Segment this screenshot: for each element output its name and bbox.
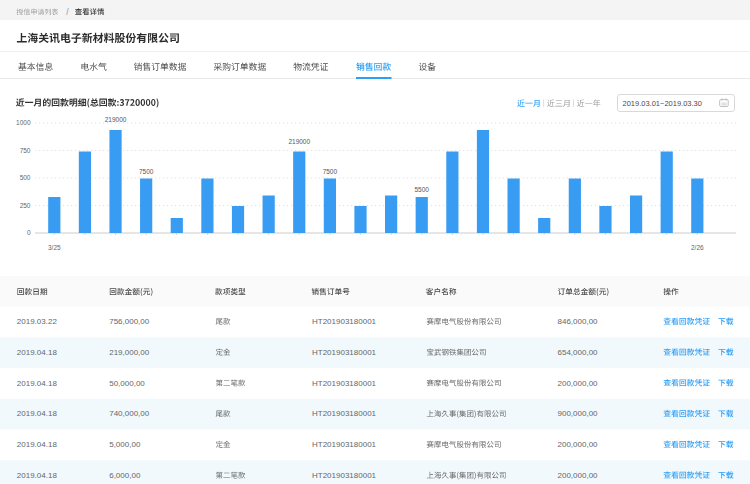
svg-text:HT201903180001: HT201903180001 — [312, 317, 377, 326]
svg-text:740,000,00: 740,000,00 — [109, 409, 150, 418]
svg-text:3/25: 3/25 — [48, 244, 61, 251]
svg-text:5500: 5500 — [415, 186, 430, 193]
svg-text:5,000,00: 5,000,00 — [109, 440, 141, 449]
svg-text:HT201903180001: HT201903180001 — [312, 409, 377, 418]
svg-text:219000: 219000 — [288, 138, 310, 145]
svg-text:2019.04.18: 2019.04.18 — [17, 379, 58, 388]
svg-text:200,000,00: 200,000,00 — [558, 379, 599, 388]
svg-text:900,000,00: 900,000,00 — [558, 409, 599, 418]
svg-text:2019.04.18: 2019.04.18 — [17, 440, 58, 449]
svg-text:750: 750 — [20, 147, 31, 154]
svg-text:HT201903180001: HT201903180001 — [312, 471, 377, 480]
svg-text:6,000,00: 6,000,00 — [109, 471, 141, 480]
svg-text:219,000,00: 219,000,00 — [109, 348, 150, 357]
svg-text:2019.04.18: 2019.04.18 — [17, 409, 58, 418]
svg-text:756,000,00: 756,000,00 — [109, 317, 150, 326]
svg-text:200,000,00: 200,000,00 — [558, 440, 599, 449]
svg-text:2/26: 2/26 — [691, 244, 704, 251]
svg-text:7500: 7500 — [139, 168, 154, 175]
svg-text:7500: 7500 — [323, 168, 338, 175]
svg-text:219000: 219000 — [105, 116, 127, 123]
svg-text:50,000,00: 50,000,00 — [109, 379, 145, 388]
svg-text:200,000,00: 200,000,00 — [558, 471, 599, 480]
svg-text:846,000,00: 846,000,00 — [558, 317, 599, 326]
svg-text:2019.04.18: 2019.04.18 — [17, 471, 58, 480]
svg-text:2019.03.01~2019.03.30: 2019.03.01~2019.03.30 — [623, 99, 702, 108]
svg-text:654,000,00: 654,000,00 — [558, 348, 599, 357]
svg-text:0: 0 — [27, 229, 31, 236]
svg-text:250: 250 — [20, 202, 31, 209]
svg-text:1000: 1000 — [16, 119, 31, 126]
svg-text:HT201903180001: HT201903180001 — [312, 440, 377, 449]
svg-text:500: 500 — [20, 174, 31, 181]
svg-text:2019.03.22: 2019.03.22 — [17, 317, 58, 326]
svg-text:HT201903180001: HT201903180001 — [312, 348, 377, 357]
svg-text:2019.04.18: 2019.04.18 — [17, 348, 58, 357]
svg-text:HT201903180001: HT201903180001 — [312, 379, 377, 388]
